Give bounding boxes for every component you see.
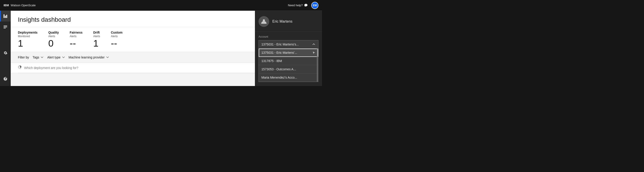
account-option-1573053-label: 1573053 - Outcomes A... [262,67,296,71]
alert-type-filter-button[interactable]: Alert type [47,55,65,60]
svg-rect-0 [4,26,7,26]
stat-custom-title: Custom [111,31,122,34]
account-option-maria-label: Maria Menendez's Acco... [262,76,297,79]
chevron-down-icon [40,56,44,59]
stat-deployments-title: Deployments [18,31,38,34]
account-dropdown: 1375031 - Eric Martens's... 1375031 - Er… [258,40,318,49]
stat-drift-subtitle: Alerts [93,35,100,38]
stat-drift-value: 1 [93,39,100,48]
stat-quality-title: Quality [48,31,59,34]
sidebar [0,11,11,86]
top-navigation: IBM Watson OpenScale Need help? EM [0,0,322,11]
account-option-1317875-label: 1317875 - IBM [262,59,282,63]
stat-fairness-subtitle: Alerts [70,35,82,38]
profile-section: Eric Martens [255,11,322,32]
svg-rect-2 [4,28,6,29]
account-option-1375031[interactable]: 1375031 - Eric Martens'... [259,49,318,57]
stat-fairness-value: -- [70,39,82,48]
chat-icon [304,4,308,7]
tags-filter-button[interactable]: Tags [33,55,44,60]
sidebar-item-tickets[interactable] [0,22,11,32]
sidebar-item-settings[interactable] [0,48,11,58]
user-profile-icon [261,18,267,25]
chevron-up-icon [312,43,316,46]
tags-filter-label: Tags [33,56,39,59]
chevron-down-icon [62,56,65,59]
stat-deployments: Deployments Monitored 1 [18,31,38,48]
account-section-label: Account [258,35,318,38]
need-help-label: Need help? [288,4,303,7]
profile-name: Eric Martens [272,20,292,24]
stat-fairness-title: Fairness [70,31,82,34]
stat-quality-value: 0 [48,39,59,48]
stat-quality: Quality Alerts 0 [48,31,59,48]
ibm-logo: IBM [4,4,9,7]
account-option-1375031-label: 1375031 - Eric Martens'... [262,51,297,54]
sidebar-item-help[interactable] [0,73,11,84]
selected-account-label: 1375031 - Eric Martens's... [262,43,299,46]
content-area: Insights dashboard Ref Deployments Monit… [11,11,322,86]
sidebar-item-dashboard[interactable] [0,11,11,22]
stat-drift-title: Drift [93,31,100,34]
page-title: Insights dashboard [18,16,71,23]
stat-quality-subtitle: Alerts [48,35,59,38]
svg-rect-1 [4,27,7,27]
stat-drift: Drift Alerts 1 [93,31,100,48]
account-dropdown-menu: 1375031 - Eric Martens'... 1317875 - IBM… [258,49,318,82]
ml-provider-filter-button[interactable]: Machine learning provider [69,55,109,60]
chart-icon [3,14,8,18]
settings-icon [3,51,8,55]
ml-provider-filter-label: Machine learning provider [69,56,105,59]
help-icon [3,77,8,81]
stat-custom: Custom Alerts -- [111,31,122,48]
stat-custom-value: -- [111,39,122,48]
account-option-1317875[interactable]: 1317875 - IBM [259,57,318,65]
ticket-icon [3,25,8,29]
stat-custom-subtitle: Alerts [111,35,122,38]
chevron-down-icon [106,56,109,59]
dropdown-scroll-container: 1375031 - Eric Martens'... 1317875 - IBM… [259,49,318,82]
right-panel: Eric Martens Account 1375031 - Eric Mart… [255,11,322,86]
main-layout: Insights dashboard Ref Deployments Monit… [0,11,322,86]
app-name: Watson OpenScale [11,4,36,7]
account-dropdown-trigger[interactable]: 1375031 - Eric Martens's... [258,40,318,49]
dropdown-scrollbar [317,49,318,82]
cursor-icon [312,51,316,54]
stat-deployments-subtitle: Monitored [18,35,38,38]
account-option-1573053[interactable]: 1573053 - Outcomes A... [259,65,318,73]
need-help-link[interactable]: Need help? [288,4,308,7]
stat-fairness: Fairness Alerts -- [70,31,82,48]
filter-by-label: Filter by [18,56,29,59]
account-section: Account 1375031 - Eric Martens's... 1375… [255,32,322,50]
alert-type-filter-label: Alert type [47,56,60,59]
app-branding: IBM Watson OpenScale [4,4,36,7]
stat-deployments-value: 1 [18,39,38,48]
account-option-maria[interactable]: Maria Menendez's Acco... [259,73,318,82]
top-nav-actions: Need help? EM [288,2,319,9]
search-icon [18,66,22,70]
user-avatar-button[interactable]: EM [311,2,318,9]
profile-avatar [258,16,269,27]
